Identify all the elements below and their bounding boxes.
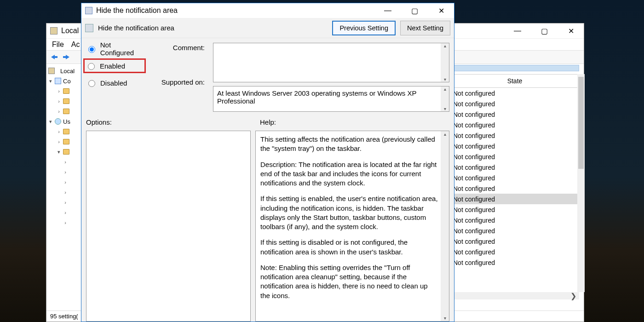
table-row[interactable]: Not configured [450, 109, 579, 120]
state-body: Not configuredNot configuredNot configur… [450, 88, 579, 292]
supported-text: At least Windows Server 2003 operating s… [217, 89, 416, 105]
state-header[interactable]: State [450, 74, 579, 88]
tree-item[interactable]: › [48, 177, 82, 187]
svg-marker-2 [66, 55, 69, 59]
radio-enabled[interactable]: Enabled [86, 61, 141, 71]
menu-action[interactable]: Ac [71, 40, 80, 49]
minimize-button[interactable]: — [379, 4, 397, 17]
tree-item[interactable]: › [48, 167, 82, 177]
tree-item[interactable]: › [48, 187, 82, 197]
tree-user[interactable]: ▾Us [48, 116, 82, 126]
policy-title-icon [85, 7, 92, 14]
help-scrollbar[interactable]: ▴▾ [441, 131, 449, 321]
radio-disabled[interactable]: Disabled [86, 78, 146, 88]
comment-scrollbar[interactable]: ▴▾ [441, 43, 449, 82]
tree-item[interactable]: › [48, 96, 82, 106]
tree-root[interactable]: Local [48, 66, 82, 76]
tree-item[interactable]: › [48, 86, 82, 96]
tree-item[interactable]: › [48, 218, 82, 228]
enabled-highlight-box: Enabled [83, 58, 146, 73]
table-row[interactable]: Not configured [450, 215, 579, 225]
table-row[interactable]: Not configured [450, 236, 579, 247]
help-label: Help: [260, 118, 276, 126]
table-row[interactable]: Not configured [450, 257, 579, 268]
next-setting-button[interactable]: Next Setting [400, 21, 450, 35]
policy-heading: Hide the notification area [98, 24, 174, 32]
table-row[interactable]: Not configured [450, 247, 579, 257]
help-paragraph: Description: The notification area is lo… [260, 160, 438, 188]
help-paragraph: This setting affects the notification ar… [260, 135, 438, 154]
supported-scrollbar[interactable]: ▴▾ [441, 86, 449, 111]
table-row[interactable]: Not configured [450, 225, 579, 236]
policy-window-buttons: — ▢ ✕ [379, 4, 450, 17]
tree-item[interactable]: › [48, 137, 82, 147]
help-paragraph: Note: Enabling this setting overrides th… [260, 263, 438, 300]
table-row[interactable]: Not configured [450, 151, 579, 162]
previous-setting-button[interactable]: Previous Setting [332, 21, 396, 35]
field-labels: Comment: Supported on: [154, 43, 205, 112]
table-row[interactable]: Not configured [450, 183, 579, 194]
policy-dialog: Hide the notification area — ▢ ✕ Hide th… [81, 3, 454, 322]
state-radios: Not Configured Enabled Disabled [86, 43, 146, 112]
back-button[interactable] [49, 52, 59, 62]
svg-rect-1 [54, 56, 58, 58]
policy-title: Hide the notification area [96, 6, 178, 15]
policy-content: Not Configured Enabled Disabled Comment:… [81, 38, 454, 322]
supported-label: Supported on: [154, 78, 205, 86]
minimize-button[interactable]: — [508, 24, 527, 37]
gpedit-window-buttons: — ▢ ✕ [508, 24, 580, 37]
tree-item[interactable]: › [48, 207, 82, 218]
close-button[interactable]: ✕ [562, 24, 580, 37]
status-text: 95 setting( [50, 313, 78, 320]
gpedit-tree[interactable]: Local ▾Co › › › ▾Us › › ▾ › › › › › › › [46, 64, 83, 310]
table-row[interactable]: Not configured [450, 88, 579, 98]
radio-not-configured[interactable]: Not Configured [86, 44, 146, 54]
table-row[interactable]: Not configured [450, 162, 579, 172]
table-row[interactable]: Not configured [450, 141, 579, 151]
help-box[interactable]: ▴▾ This setting affects the notification… [255, 131, 449, 322]
maximize-button[interactable]: ▢ [535, 24, 553, 37]
table-row[interactable]: Not configured [450, 194, 579, 204]
vertical-scrollbar[interactable] [577, 74, 585, 292]
help-paragraph: If this setting is disabled or is not co… [260, 238, 438, 257]
state-column: State Not configuredNot configuredNot co… [450, 74, 579, 292]
table-row[interactable]: Not configured [450, 204, 579, 215]
table-row[interactable]: Not configured [450, 172, 579, 183]
tree-item[interactable]: › [48, 157, 82, 167]
table-row[interactable]: Not configured [450, 98, 579, 109]
tree-item[interactable]: › [48, 197, 82, 207]
tree-item[interactable]: ▾ [48, 147, 82, 157]
gpedit-icon [50, 27, 58, 34]
policy-header: Hide the notification area Previous Sett… [81, 18, 454, 38]
policy-header-icon [85, 24, 93, 32]
forward-button[interactable] [61, 52, 71, 62]
tree-item[interactable]: › [48, 126, 82, 137]
close-button[interactable]: ✕ [432, 4, 450, 17]
svg-rect-3 [63, 56, 66, 58]
table-row[interactable]: Not configured [450, 120, 579, 130]
help-paragraph: If this setting is enabled, the user's e… [260, 194, 438, 231]
radio-disabled-input[interactable] [88, 80, 95, 87]
svg-marker-0 [51, 55, 55, 59]
table-row[interactable]: Not configured [450, 130, 579, 141]
radio-not-configured-input[interactable] [88, 46, 95, 53]
supported-textbox: At least Windows Server 2003 operating s… [213, 86, 449, 112]
menu-file[interactable]: File [52, 40, 64, 49]
policy-titlebar: Hide the notification area — ▢ ✕ [81, 3, 454, 18]
options-label: Options: [86, 118, 112, 126]
maximize-button[interactable]: ▢ [405, 4, 424, 17]
options-box[interactable] [86, 131, 251, 322]
gpedit-title: Local [61, 27, 79, 35]
comment-textbox[interactable]: ▴▾ [213, 43, 449, 82]
tree-computer[interactable]: ▾Co [48, 76, 82, 86]
comment-label: Comment: [154, 44, 205, 52]
radio-enabled-input[interactable] [88, 63, 95, 70]
tree-item[interactable]: › [48, 106, 82, 116]
